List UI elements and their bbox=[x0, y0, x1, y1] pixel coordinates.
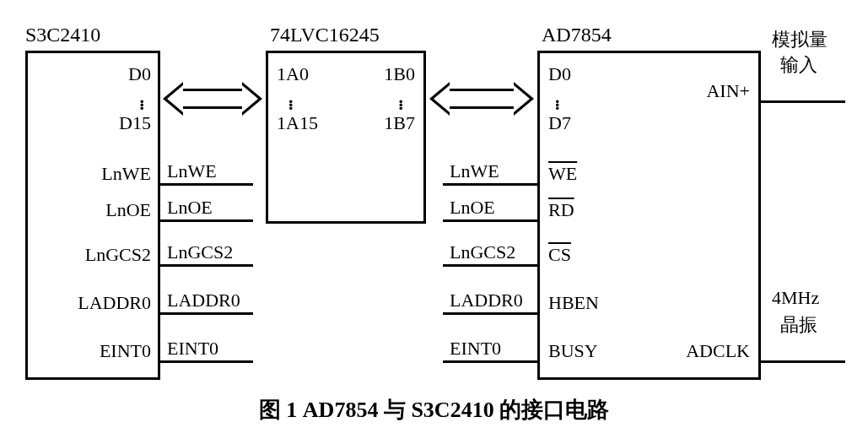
wire-label-laddr0: LADDR0 bbox=[167, 290, 240, 311]
wire-label-lnwe: LnWE bbox=[167, 160, 217, 182]
chip3-pin-rd: RD bbox=[548, 199, 574, 221]
chip3-pin-busy: BUSY bbox=[548, 340, 598, 362]
chip3-pin-hben: HBEN bbox=[548, 292, 599, 314]
chip3-pin-d0: D0 bbox=[548, 63, 571, 85]
wire bbox=[761, 100, 845, 103]
chip1-pin-lnwe: LnWE bbox=[101, 163, 151, 185]
chip-ad7854: D0 ... D7 WE RD CS HBEN BUSY AIN+ ADCLK bbox=[537, 51, 761, 380]
chip3-pin-d7: D7 bbox=[548, 112, 571, 134]
chip3-pin-adclk: ADCLK bbox=[686, 340, 750, 362]
wire bbox=[160, 219, 253, 222]
ext-label-analog2: 输入 bbox=[780, 52, 817, 78]
chip3-pin-ain: AIN+ bbox=[706, 80, 750, 102]
chip2-pin-1b0: 1B0 bbox=[384, 63, 415, 85]
wire bbox=[761, 360, 845, 363]
wire bbox=[160, 312, 253, 315]
chip1-pin-lngcs2: LnGCS2 bbox=[85, 244, 151, 266]
vdots-icon: ... bbox=[555, 95, 560, 106]
chip2-title: 74LVC16245 bbox=[270, 24, 380, 46]
ext-label-clk1: 4MHz bbox=[772, 287, 819, 309]
wire-label-eint0-2: EINT0 bbox=[450, 338, 501, 360]
chip2-pin-1a15: 1A15 bbox=[277, 112, 318, 134]
chip1-pin-eint0: EINT0 bbox=[100, 340, 151, 362]
wire bbox=[160, 264, 253, 267]
chip-s3c2410: D0 ... D15 LnWE LnOE LnGCS2 LADDR0 EINT0 bbox=[25, 51, 160, 380]
wire-label-laddr0-2: LADDR0 bbox=[450, 290, 523, 311]
ext-label-clk2: 晶振 bbox=[780, 312, 817, 338]
interface-circuit-diagram: S3C2410 D0 ... D15 LnWE LnOE LnGCS2 LADD… bbox=[17, 17, 851, 427]
chip1-pin-d15: D15 bbox=[119, 112, 151, 134]
wire bbox=[443, 219, 537, 222]
chip1-title: S3C2410 bbox=[25, 24, 100, 46]
chip3-pin-we: WE bbox=[548, 163, 577, 185]
wire-label-lnwe-2: LnWE bbox=[450, 160, 499, 182]
wire bbox=[443, 183, 537, 186]
vdots-icon: ... bbox=[399, 95, 404, 106]
wire-label-lnoe-2: LnOE bbox=[450, 197, 495, 219]
chip-74lvc16245: 1A0 ... 1A15 1B0 ... 1B7 bbox=[266, 51, 426, 224]
chip1-pin-lnoe: LnOE bbox=[105, 199, 151, 221]
figure-caption: 图 1 AD7854 与 S3C2410 的接口电路 bbox=[17, 395, 851, 425]
wire bbox=[443, 312, 537, 315]
chip2-pin-1a0: 1A0 bbox=[277, 63, 309, 85]
chip3-pin-cs: CS bbox=[548, 244, 571, 266]
bidirectional-arrow-icon bbox=[183, 89, 242, 109]
wire bbox=[443, 264, 537, 267]
wire-label-eint0: EINT0 bbox=[167, 338, 218, 360]
wire bbox=[160, 360, 253, 363]
wire-label-lnoe: LnOE bbox=[167, 197, 213, 219]
chip3-title: AD7854 bbox=[542, 24, 612, 46]
vdots-icon: ... bbox=[140, 95, 145, 106]
wire bbox=[160, 183, 253, 186]
wire-label-lngcs2: LnGCS2 bbox=[167, 241, 233, 263]
chip1-pin-d0: D0 bbox=[128, 63, 151, 85]
vdots-icon: ... bbox=[288, 95, 294, 106]
ext-label-analog1: 模拟量 bbox=[772, 27, 828, 52]
bidirectional-arrow-icon bbox=[450, 89, 514, 109]
chip2-pin-1b7: 1B7 bbox=[384, 112, 415, 134]
chip1-pin-laddr0: LADDR0 bbox=[78, 292, 151, 314]
wire-label-lngcs2-2: LnGCS2 bbox=[450, 241, 515, 263]
wire bbox=[443, 360, 537, 363]
